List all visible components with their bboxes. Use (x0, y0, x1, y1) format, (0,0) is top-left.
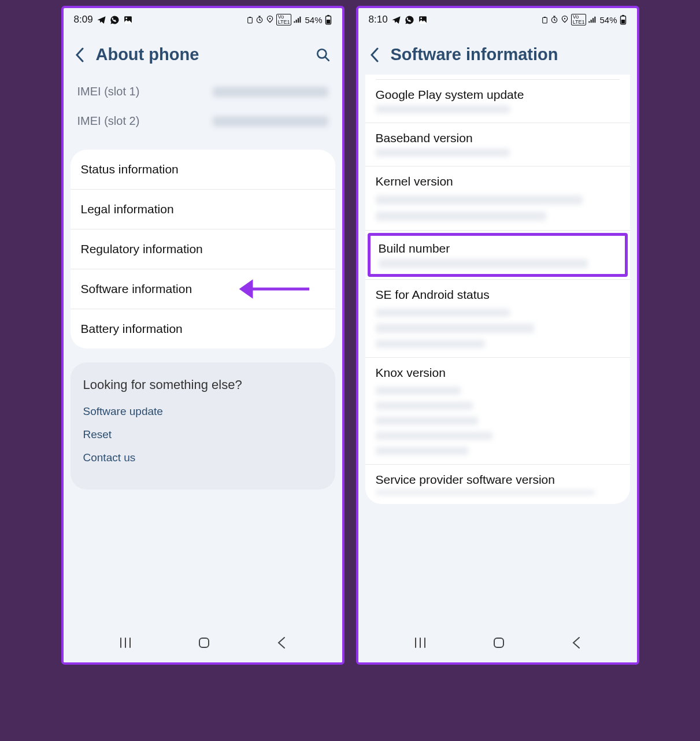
regulatory-information-item[interactable]: Regulatory information (71, 229, 335, 269)
svg-point-12 (420, 17, 422, 19)
build-value-redacted (379, 259, 588, 268)
navigation-bar (358, 625, 637, 662)
knox-value-redacted-5 (376, 447, 468, 455)
legal-information-item[interactable]: Legal information (71, 190, 335, 229)
status-icons-right: VoLTE1 (246, 14, 303, 25)
page-title: Software information (391, 45, 625, 64)
footer-title: Looking for something else? (83, 377, 323, 392)
build-number-highlight: Build number (368, 233, 628, 277)
baseband-value-redacted (376, 149, 510, 157)
kernel-value-redacted (376, 195, 583, 205)
knox-value-redacted-4 (376, 432, 493, 440)
knox-value-redacted-2 (376, 402, 473, 410)
svg-rect-3 (249, 17, 251, 18)
imei-slot-1[interactable]: IMEI (slot 1) (77, 77, 328, 106)
battery-icon (325, 14, 332, 25)
knox-value-redacted (376, 387, 461, 395)
phone-right: 8:10 VoLTE1 54% Software information Goo… (356, 6, 639, 665)
knox-value-redacted-3 (376, 417, 478, 425)
battery-information-item[interactable]: Battery information (71, 309, 335, 349)
svg-rect-19 (621, 20, 624, 24)
imei-section: IMEI (slot 1) IMEI (slot 2) (64, 77, 342, 150)
google-play-update-item[interactable]: Google Play system update (365, 80, 630, 123)
svg-rect-13 (542, 17, 547, 23)
back-button[interactable] (75, 47, 84, 62)
imei1-value-redacted (213, 87, 328, 97)
phone-left: 8:09 VoLTE1 54% About phone IM (61, 6, 345, 665)
gallery-icon (123, 15, 133, 25)
software-info-card: Google Play system update Baseband versi… (365, 75, 630, 504)
recent-apps-button[interactable] (119, 637, 132, 649)
svg-point-1 (125, 17, 127, 19)
arrow-annotation-icon (237, 277, 312, 301)
se-android-status-item[interactable]: SE for Android status (365, 280, 630, 358)
svg-rect-2 (247, 17, 252, 23)
kernel-value-redacted-2 (376, 212, 546, 221)
imei2-value-redacted (213, 116, 328, 127)
svg-rect-14 (544, 17, 546, 18)
header: About phone (64, 29, 342, 77)
service-provider-version-item[interactable]: Service provider software version (365, 465, 630, 504)
status-time: 8:10 (369, 14, 388, 25)
imei1-label: IMEI (slot 1) (77, 85, 140, 98)
se-value-redacted-3 (376, 340, 486, 348)
svg-point-16 (564, 18, 565, 19)
service-provider-value-redacted (376, 490, 595, 495)
telegram-icon (391, 15, 401, 25)
status-bar: 8:10 VoLTE1 54% (358, 8, 637, 29)
software-update-link[interactable]: Software update (83, 405, 323, 418)
navigation-bar (64, 625, 342, 662)
status-icons-right: VoLTE1 (541, 14, 598, 25)
status-information-item[interactable]: Status information (71, 150, 335, 190)
software-information-item[interactable]: Software information (71, 269, 335, 309)
imei-slot-2[interactable]: IMEI (slot 2) (77, 106, 328, 136)
svg-rect-20 (494, 638, 503, 647)
footer-section: Looking for something else? Software upd… (71, 362, 335, 490)
back-nav-button[interactable] (277, 636, 286, 649)
home-button[interactable] (197, 636, 211, 650)
telegram-icon (97, 15, 106, 25)
whatsapp-icon (405, 15, 414, 25)
header: Software information (358, 29, 637, 77)
back-nav-button[interactable] (572, 636, 581, 649)
gallery-icon (418, 15, 428, 25)
build-number-item[interactable]: Build number (365, 231, 630, 280)
baseband-version-item[interactable]: Baseband version (365, 123, 630, 166)
home-button[interactable] (492, 636, 506, 650)
knox-version-item[interactable]: Knox version (365, 358, 630, 465)
svg-rect-8 (326, 20, 329, 24)
svg-point-9 (317, 49, 326, 58)
reset-link[interactable]: Reset (83, 428, 323, 441)
back-button[interactable] (370, 47, 379, 62)
svg-rect-7 (327, 15, 329, 16)
recent-apps-button[interactable] (414, 637, 427, 649)
svg-rect-18 (622, 15, 624, 16)
status-bar: 8:09 VoLTE1 54% (64, 8, 342, 29)
play-update-value-redacted (376, 105, 510, 113)
kernel-version-item[interactable]: Kernel version (365, 166, 630, 231)
search-button[interactable] (316, 47, 331, 62)
info-card: Status information Legal information Reg… (71, 150, 335, 349)
battery-icon (620, 14, 627, 25)
svg-rect-10 (199, 638, 209, 647)
imei2-label: IMEI (slot 2) (77, 114, 140, 128)
whatsapp-icon (110, 15, 120, 25)
se-value-redacted (376, 309, 510, 317)
svg-point-5 (269, 18, 270, 19)
se-value-redacted-2 (376, 324, 534, 333)
page-title: About phone (96, 45, 304, 64)
contact-us-link[interactable]: Contact us (83, 451, 323, 464)
battery-percent: 54% (305, 15, 322, 25)
battery-percent: 54% (599, 15, 617, 25)
status-time: 8:09 (74, 14, 93, 25)
